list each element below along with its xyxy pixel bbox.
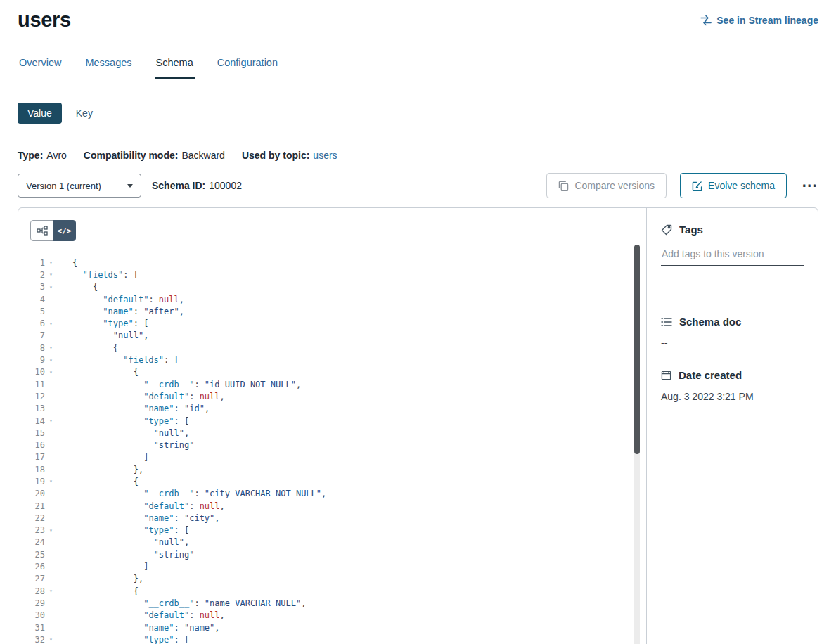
tab-messages[interactable]: Messages [84, 51, 133, 79]
code-line: 5 "name": "after", [18, 305, 646, 317]
code-line: 8▾ { [18, 342, 646, 354]
code-text: "fields": [ [57, 270, 139, 280]
line-number: 6 [18, 318, 45, 328]
code-line: 18 }, [18, 463, 646, 475]
fold-toggle-icon[interactable]: ▾ [45, 478, 57, 484]
code-line: 14▾ "type": [ [18, 415, 646, 427]
calendar-icon [661, 370, 671, 380]
key-toggle-button[interactable]: Key [73, 103, 96, 124]
schema-doc-section: Schema doc -- [661, 316, 804, 349]
schema-editor: </> 1▾{2▾ "fields": [3▾ {4 "default": nu… [18, 208, 647, 644]
tab-configuration[interactable]: Configuration [216, 51, 279, 79]
code-text: }, [57, 574, 143, 584]
code-line: 6▾ "type": [ [18, 317, 646, 329]
tab-bar: OverviewMessagesSchemaConfiguration [18, 51, 818, 79]
code-text: "default": null, [57, 501, 225, 511]
code-text: }, [57, 465, 143, 475]
code-line: 32▾ "type": [ [18, 633, 646, 644]
stream-lineage-link[interactable]: See in Stream lineage [700, 15, 818, 26]
code-line: 2▾ "fields": [ [18, 269, 646, 281]
line-number: 13 [18, 404, 45, 413]
fold-toggle-icon[interactable]: ▾ [45, 588, 57, 594]
topic-link[interactable]: users [313, 150, 337, 161]
tags-input[interactable] [661, 247, 804, 266]
code-text: "type": [ [57, 635, 189, 644]
compare-versions-label: Compare versions [574, 180, 655, 191]
compatibility-label: Compatibility mode: [84, 150, 179, 161]
date-created-section: Date created Aug. 3 2022 3:21 PM [661, 369, 804, 402]
code-line: 1▾{ [18, 257, 646, 269]
code-text: ] [57, 452, 148, 462]
fold-toggle-icon[interactable]: ▾ [45, 636, 57, 643]
code-text: "null", [57, 537, 189, 547]
fold-toggle-icon[interactable]: ▾ [45, 284, 57, 290]
compare-versions-button[interactable]: Compare versions [546, 173, 667, 198]
code-text: { [57, 343, 118, 353]
editor-view-toggle: </> [30, 220, 76, 241]
version-select[interactable]: Version 1 (current) [18, 174, 141, 198]
line-number: 3 [18, 282, 45, 292]
code-line: 16 "string" [18, 439, 646, 451]
code-line: 26 ] [18, 560, 646, 572]
chevron-down-icon [127, 184, 133, 188]
code-line: 19▾ { [18, 475, 646, 487]
code-line: 28▾ { [18, 585, 646, 597]
code-text: { [57, 282, 98, 292]
line-number: 32 [18, 635, 45, 644]
type-label: Type: [18, 150, 43, 161]
list-icon [661, 317, 672, 327]
code-text: "default": null, [57, 610, 225, 620]
code-line: 23▾ "type": [ [18, 524, 646, 536]
fold-toggle-icon[interactable]: ▾ [45, 344, 57, 351]
fold-toggle-icon[interactable]: ▾ [45, 321, 57, 327]
code-lines[interactable]: 1▾{2▾ "fields": [3▾ {4 "default": null,5… [18, 257, 646, 644]
code-text: "null", [57, 428, 189, 438]
tab-overview[interactable]: Overview [18, 51, 63, 79]
schema-part-toggle: Value Key [18, 103, 818, 124]
code-line: 22 "name": "city", [18, 512, 646, 524]
tags-title: Tags [679, 224, 703, 236]
code-line: 29 "__crdb__": "name VARCHAR NULL", [18, 597, 646, 609]
fold-toggle-icon[interactable]: ▾ [45, 527, 57, 534]
more-options-button[interactable]: ⋯ [800, 178, 818, 193]
tree-view-button[interactable] [30, 220, 53, 241]
line-number: 11 [18, 380, 45, 389]
editor-scrollbar[interactable] [634, 245, 640, 644]
schema-id-value: 100002 [209, 180, 242, 191]
edit-icon [692, 181, 702, 191]
fold-toggle-icon[interactable]: ▾ [45, 357, 57, 363]
code-view-button[interactable]: </> [53, 220, 76, 241]
value-toggle-button[interactable]: Value [18, 103, 62, 124]
schema-doc-header: Schema doc [661, 316, 804, 328]
line-number: 25 [18, 550, 45, 560]
line-number: 1 [18, 258, 45, 268]
compare-versions-icon [558, 181, 569, 191]
page-header: users See in Stream lineage [18, 0, 818, 32]
evolve-schema-label: Evolve schema [708, 180, 775, 191]
code-line: 15 "null", [18, 427, 646, 439]
code-text: "string" [57, 440, 194, 450]
stream-lineage-icon [700, 15, 712, 26]
scrollbar-thumb[interactable] [634, 245, 640, 454]
code-line: 25 "string" [18, 548, 646, 560]
line-number: 21 [18, 501, 45, 511]
toolbar-actions: Compare versions Evolve schema ⋯ [546, 173, 818, 198]
code-text: "type": [ [57, 525, 189, 535]
tab-schema[interactable]: Schema [155, 51, 195, 79]
tags-header: Tags [661, 224, 804, 236]
line-number: 16 [18, 440, 45, 450]
line-number: 5 [18, 307, 45, 316]
evolve-schema-button[interactable]: Evolve schema [680, 173, 787, 198]
fold-toggle-icon[interactable]: ▾ [45, 418, 57, 424]
line-number: 10 [18, 367, 45, 377]
line-number: 19 [18, 477, 45, 487]
fold-toggle-icon[interactable]: ▾ [45, 271, 57, 278]
code-line: 27 }, [18, 573, 646, 585]
line-number: 15 [18, 428, 45, 438]
code-text: "fields": [ [57, 355, 179, 365]
line-number: 2 [18, 270, 45, 280]
fold-toggle-icon[interactable]: ▾ [45, 259, 57, 266]
line-number: 7 [18, 330, 45, 340]
fold-toggle-icon[interactable]: ▾ [45, 369, 57, 375]
code-text: "__crdb__": "name VARCHAR NULL", [57, 598, 306, 608]
